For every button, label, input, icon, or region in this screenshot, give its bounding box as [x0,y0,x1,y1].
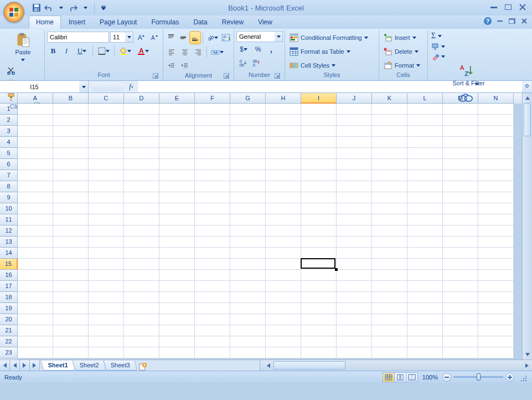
cell[interactable] [266,303,301,314]
cell[interactable] [18,303,53,314]
cell[interactable] [266,159,301,170]
cell[interactable] [301,347,337,358]
cell[interactable] [301,259,337,270]
tab-formulas[interactable]: Formulas [144,16,185,29]
cell[interactable] [443,148,478,159]
cell[interactable] [337,126,372,137]
cell[interactable] [407,137,443,148]
zoom-in-button[interactable] [505,373,514,382]
cell[interactable] [301,303,337,314]
undo-button[interactable] [44,3,53,12]
zoom-slider-thumb[interactable] [477,373,481,381]
row-header-6[interactable]: 6 [0,159,18,170]
resize-grip[interactable] [520,373,528,381]
cell[interactable] [53,314,89,325]
cell[interactable] [124,314,159,325]
cell[interactable] [159,314,195,325]
cell[interactable] [230,270,266,281]
column-header-D[interactable]: D [124,93,159,104]
workbook-minimize[interactable] [495,17,504,25]
column-header-G[interactable]: G [230,93,266,104]
wrap-text-button[interactable]: abc [220,32,231,44]
font-size-combo[interactable] [110,32,133,43]
cell[interactable] [18,225,53,237]
cell[interactable] [89,347,124,358]
cell[interactable] [266,115,301,126]
font-color-button[interactable]: A [135,45,151,57]
column-header-I[interactable]: I [301,93,337,104]
cell[interactable] [159,104,195,115]
bold-button[interactable]: B [47,45,59,57]
cell[interactable] [407,248,443,259]
cell[interactable] [266,148,301,159]
cell[interactable] [407,170,443,181]
name-box-dropdown[interactable] [79,81,88,93]
number-launcher[interactable] [275,73,281,80]
cell[interactable] [124,292,159,303]
cell[interactable] [337,248,372,259]
sort-filter-button[interactable]: AZ Sort & Filter [430,62,501,88]
zoom-out-button[interactable] [442,373,451,382]
cell[interactable] [407,115,443,126]
cell[interactable] [372,259,407,270]
cell[interactable] [443,137,478,148]
cell[interactable] [230,292,266,303]
cell[interactable] [478,270,514,281]
cell[interactable] [53,248,89,259]
row-header-18[interactable]: 18 [0,292,18,303]
cell[interactable] [478,237,514,248]
cell[interactable] [266,292,301,303]
cell[interactable] [301,104,337,115]
zoom-slider[interactable] [453,376,503,378]
cell[interactable] [407,148,443,159]
cell[interactable] [337,347,372,358]
alignment-launcher[interactable] [224,73,230,80]
cell[interactable] [301,270,337,281]
cell[interactable] [443,270,478,281]
row-header-13[interactable]: 13 [0,237,18,248]
cell[interactable] [230,115,266,126]
cell[interactable] [124,214,159,225]
cell[interactable] [443,248,478,259]
cell[interactable] [407,270,443,281]
tab-insert[interactable]: Insert [62,16,92,29]
cell[interactable] [230,314,266,325]
cell[interactable] [18,259,53,270]
maximize-button[interactable] [502,2,514,12]
cell[interactable] [230,325,266,336]
cell[interactable] [159,225,195,237]
cell[interactable] [195,281,230,292]
cell[interactable] [230,203,266,214]
cell[interactable] [159,237,195,248]
cell[interactable] [53,336,89,347]
align-bottom[interactable] [190,32,201,44]
cell[interactable] [372,270,407,281]
cell[interactable] [195,314,230,325]
cell[interactable] [159,336,195,347]
cell[interactable] [89,303,124,314]
cell[interactable] [53,115,89,126]
cell[interactable] [89,292,124,303]
cell[interactable] [18,115,53,126]
cell[interactable] [18,292,53,303]
cell[interactable] [195,104,230,115]
row-header-11[interactable]: 11 [0,214,18,225]
cell[interactable] [89,248,124,259]
cell[interactable] [443,281,478,292]
tab-view[interactable]: View [251,16,279,29]
cell[interactable] [266,137,301,148]
cell[interactable] [301,159,337,170]
cell[interactable] [124,104,159,115]
cell[interactable] [443,126,478,137]
cell[interactable] [18,237,53,248]
sheet-tab-2[interactable]: Sheet2 [73,361,107,371]
sheet-nav-first[interactable] [0,360,10,371]
autosum-button[interactable]: Σ [430,31,501,41]
row-header-14[interactable]: 14 [0,248,18,259]
redo-button[interactable] [69,3,78,12]
number-format-combo[interactable] [236,31,283,42]
cell[interactable] [195,203,230,214]
cell[interactable] [195,259,230,270]
sheet-nav-last[interactable] [30,360,40,371]
cell[interactable] [18,347,53,358]
